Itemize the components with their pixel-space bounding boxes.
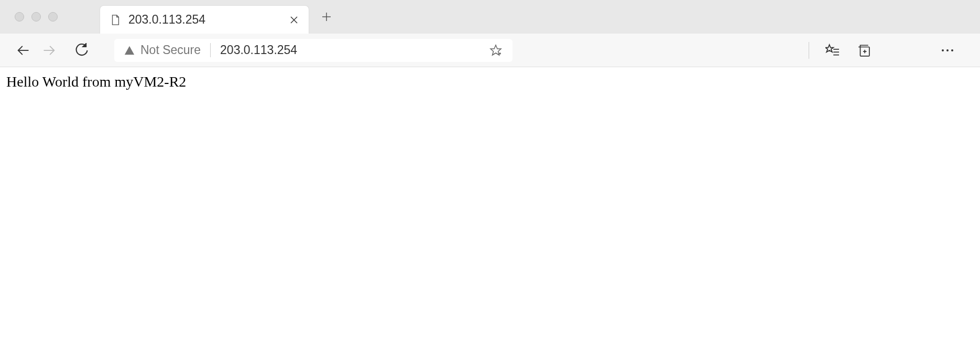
refresh-button[interactable] (72, 41, 91, 60)
new-tab-button[interactable] (319, 9, 334, 25)
url-text: 203.0.113.254 (220, 43, 488, 57)
toolbar: Not Secure 203.0.113.254 (0, 34, 980, 67)
tab-title: 203.0.113.254 (128, 13, 281, 27)
forward-button[interactable] (40, 41, 59, 60)
collections-button[interactable] (855, 42, 872, 59)
back-button[interactable] (14, 41, 32, 60)
security-indicator[interactable]: Not Secure (124, 43, 211, 57)
svg-point-17 (946, 49, 949, 51)
page-icon (110, 14, 121, 26)
security-label: Not Secure (140, 43, 201, 57)
window-controls (15, 12, 58, 22)
svg-point-18 (951, 49, 953, 51)
close-tab-button[interactable] (289, 15, 299, 25)
svg-marker-9 (825, 45, 833, 52)
window-maximize-button[interactable] (48, 12, 58, 22)
page-content: Hello World from myVM2-R2 (0, 67, 980, 97)
separator (809, 42, 809, 59)
browser-chrome: 203.0.113.254 (0, 0, 980, 67)
window-minimize-button[interactable] (31, 12, 41, 22)
warning-icon (124, 45, 135, 56)
window-close-button[interactable] (15, 12, 24, 22)
favorites-list-button[interactable] (824, 42, 841, 59)
page-body-text: Hello World from myVM2-R2 (6, 73, 186, 90)
favorite-button[interactable] (488, 43, 503, 58)
svg-point-16 (942, 49, 944, 51)
tab-bar: 203.0.113.254 (0, 0, 980, 34)
settings-menu-button[interactable] (939, 42, 956, 59)
address-bar[interactable]: Not Secure 203.0.113.254 (114, 39, 513, 62)
browser-tab[interactable]: 203.0.113.254 (100, 5, 309, 34)
toolbar-right-actions (809, 42, 966, 59)
